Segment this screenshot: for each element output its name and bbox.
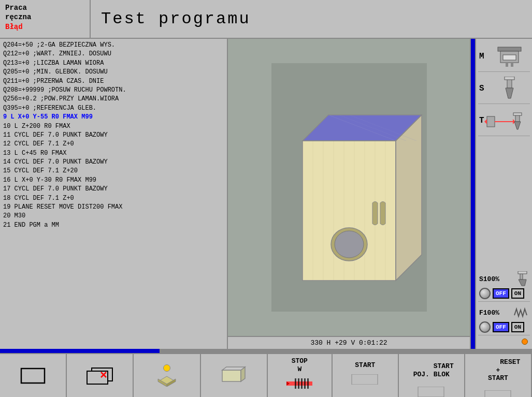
svg-rect-38 bbox=[21, 369, 45, 383]
t-tool-row: T bbox=[478, 105, 530, 136]
f100-row: F100% OFF ON bbox=[478, 303, 530, 335]
reset-start-label: RESET + START bbox=[476, 350, 521, 391]
toolbar-icon-1 bbox=[18, 365, 49, 386]
code-line: 17 CYCL DEF 7.0 PUNKT BAZOWY bbox=[3, 185, 224, 194]
s-label: S bbox=[479, 84, 490, 93]
code-line: Q205=+0 ;MIN. GLEBOK. DOSUWU bbox=[3, 68, 224, 77]
header: Praca ręczna Błąd Test programu bbox=[0, 0, 532, 39]
start-button[interactable]: START bbox=[333, 354, 399, 397]
s100-label: S100% bbox=[479, 275, 499, 283]
toolbar-btn-4[interactable] bbox=[201, 354, 268, 397]
svg-marker-29 bbox=[484, 119, 487, 124]
svg-marker-26 bbox=[506, 88, 513, 98]
title-bar: Test programu bbox=[91, 0, 532, 38]
code-line: 21 END PGM a MM bbox=[3, 221, 224, 230]
code-line: 11 CYCL DEF 7.0 PUNKT BAZOWY bbox=[3, 131, 224, 140]
status-mode: Praca ręczna bbox=[5, 3, 84, 22]
bottom-toolbar: STOP W START START POJ. BLOK bbox=[0, 353, 532, 397]
svg-rect-55 bbox=[304, 378, 306, 389]
code-line: 16 L X+0 Y-30 R0 FMAX M99 bbox=[3, 176, 224, 185]
stop-button[interactable]: STOP W bbox=[268, 354, 333, 397]
toolbar-icon-3 bbox=[151, 365, 182, 386]
view-panel: 330 H +29 V 0:01:22 bbox=[228, 39, 471, 349]
3d-view bbox=[228, 39, 470, 336]
m-tool-row: M bbox=[478, 41, 530, 72]
progress-bar-container bbox=[0, 349, 532, 353]
svg-marker-33 bbox=[514, 122, 521, 129]
code-line: 10 L Z+200 R0 FMAX bbox=[3, 122, 224, 131]
f100-label: F100% bbox=[479, 309, 499, 317]
toolbar-btn-1[interactable] bbox=[0, 354, 67, 397]
code-line: 13 L C+45 R0 FMAX bbox=[3, 149, 224, 158]
svg-rect-47 bbox=[222, 370, 241, 381]
code-line: 20 M30 bbox=[3, 212, 224, 220]
code-line: Q208=+99999 ;POSUW RUCHU POWROTN. bbox=[3, 86, 224, 95]
svg-rect-24 bbox=[511, 63, 513, 67]
s100-off-button[interactable]: OFF bbox=[493, 288, 509, 299]
f100-on-button[interactable]: ON bbox=[511, 322, 524, 332]
svg-rect-22 bbox=[503, 55, 516, 60]
svg-rect-57 bbox=[352, 374, 378, 385]
indicator-area bbox=[478, 336, 530, 347]
svg-rect-58 bbox=[418, 387, 444, 397]
code-line: Q204=+50 ;2-GA BEZPIECZNA WYS. bbox=[3, 41, 224, 50]
f100-controls: OFF ON bbox=[479, 321, 529, 333]
t-tool-icon bbox=[484, 109, 531, 132]
code-line: 12 CYCL DEF 7.1 Z+0 bbox=[3, 140, 224, 149]
start-blok-label: START POJ. BLOK bbox=[409, 354, 454, 386]
status-line1: Praca bbox=[5, 4, 27, 12]
s100-knob[interactable] bbox=[479, 288, 491, 299]
reset-start-icon bbox=[482, 390, 513, 397]
f100-off-button[interactable]: OFF bbox=[493, 322, 509, 332]
progress-bar-fill bbox=[0, 349, 160, 353]
code-line: 14 CYCL DEF 7.0 PUNKT BAZOWY bbox=[3, 158, 224, 167]
svg-rect-59 bbox=[485, 390, 511, 397]
reset-start-button[interactable]: RESET + START bbox=[465, 354, 532, 397]
m-label: M bbox=[479, 52, 490, 61]
svg-marker-36 bbox=[519, 280, 526, 286]
yellow-dot bbox=[163, 364, 170, 372]
code-line: Q256=+0.2 ;POW.PRZY LAMAN.WIORA bbox=[3, 95, 224, 104]
m-tool-icon bbox=[490, 45, 529, 68]
f100-knob[interactable] bbox=[479, 321, 491, 333]
f100-wave-icon bbox=[513, 305, 529, 320]
tool-panel: M S bbox=[475, 39, 532, 349]
code-line: Q213=+0 ;LICZBA LAMAN WIORA bbox=[3, 59, 224, 68]
svg-rect-20 bbox=[498, 47, 521, 51]
s100-controls: OFF ON bbox=[479, 288, 529, 299]
main-content: Q204=+50 ;2-GA BEZPIECZNA WYS. Q212=+0 ;… bbox=[0, 39, 532, 349]
s-tool-row: S bbox=[478, 73, 530, 104]
svg-rect-34 bbox=[513, 113, 522, 115]
code-line: 15 CYCL DEF 7.1 Z+20 bbox=[3, 167, 224, 175]
svg-rect-53 bbox=[298, 378, 299, 389]
view-status-bar: 330 H +29 V 0:01:22 bbox=[228, 336, 470, 349]
start-label: START bbox=[355, 361, 375, 370]
svg-marker-2 bbox=[396, 115, 422, 281]
start-blok-icon bbox=[416, 387, 447, 397]
toolbar-btn-3[interactable] bbox=[134, 354, 200, 397]
view-status-text: 330 H +29 V 0:01:22 bbox=[310, 339, 387, 347]
svg-rect-28 bbox=[487, 116, 495, 127]
svg-rect-54 bbox=[301, 378, 303, 389]
svg-rect-56 bbox=[307, 378, 309, 389]
svg-marker-49 bbox=[222, 367, 245, 370]
indicator-dot bbox=[522, 339, 528, 345]
status-line2: ręczna bbox=[5, 13, 31, 21]
svg-rect-23 bbox=[506, 63, 508, 67]
stop-label: STOP W bbox=[292, 357, 308, 373]
toolbar-btn-2[interactable] bbox=[67, 354, 134, 397]
s-tool-icon bbox=[490, 77, 529, 100]
s100-icon bbox=[516, 271, 529, 287]
start-blok-button[interactable]: START POJ. BLOK bbox=[399, 354, 465, 397]
code-line: Q395=+0 ;REFERENCJA GLEB. bbox=[3, 104, 224, 113]
s100-on-button[interactable]: ON bbox=[511, 288, 524, 299]
code-line: 19 PLANE RESET MOVE DIST200 FMAX bbox=[3, 203, 224, 212]
svg-rect-37 bbox=[518, 271, 527, 274]
t-label: T bbox=[479, 116, 484, 125]
stop-icon bbox=[284, 373, 315, 394]
blue-indicator-bar bbox=[471, 39, 475, 349]
start-icon bbox=[350, 369, 381, 390]
toolbar-icon-4 bbox=[218, 365, 249, 386]
code-line: 9 L X+0 Y-55 R0 FMAX M99 bbox=[3, 113, 224, 122]
svg-rect-27 bbox=[505, 77, 514, 80]
